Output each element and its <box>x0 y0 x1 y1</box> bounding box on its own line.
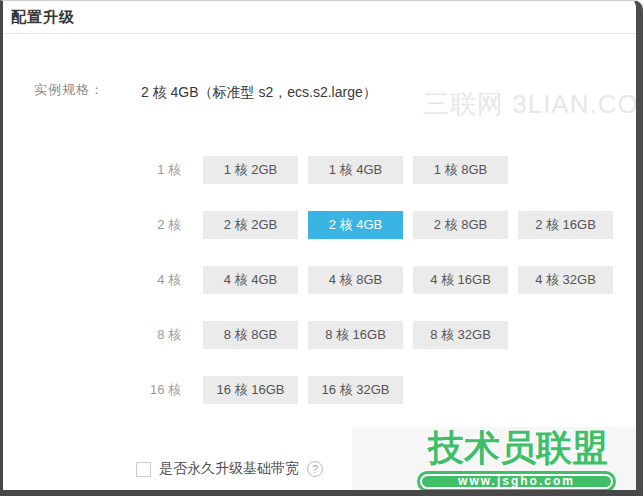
spec-option-button[interactable]: 4 核 16GB <box>413 266 508 294</box>
core-count-label: 1 核 <box>137 161 181 179</box>
spec-option-button[interactable]: 1 核 4GB <box>308 156 403 184</box>
spec-option-button[interactable]: 4 核 4GB <box>203 266 298 294</box>
page-title: 配置升级 <box>11 8 75 27</box>
spec-grid: 1 核1 核 2GB1 核 4GB1 核 8GB2 核2 核 2GB2 核 4G… <box>137 156 623 431</box>
bandwidth-upgrade-checkbox[interactable] <box>136 462 151 477</box>
bandwidth-upgrade-row: 是否永久升级基础带宽 ? <box>136 460 323 478</box>
spec-grid-row: 8 核8 核 8GB8 核 16GB8 核 32GB <box>137 321 623 349</box>
watermark-3lian: 三联网 3LIAN.COM <box>423 87 623 122</box>
instance-spec-label: 实例规格： <box>34 81 104 99</box>
core-count-label: 16 核 <box>137 381 181 399</box>
spec-option-button[interactable]: 16 核 16GB <box>203 376 298 404</box>
instance-spec-value: 2 核 4GB（标准型 s2，ecs.s2.large） <box>141 84 377 102</box>
spec-option-button[interactable]: 8 核 16GB <box>308 321 403 349</box>
spec-grid-row: 16 核16 核 16GB16 核 32GB <box>137 376 623 404</box>
core-count-label: 8 核 <box>137 326 181 344</box>
watermark-jsgho-url: www.jsgho.com <box>458 476 575 487</box>
core-count-label: 2 核 <box>137 216 181 234</box>
spec-option-button[interactable]: 8 核 8GB <box>203 321 298 349</box>
spec-option-button[interactable]: 2 核 2GB <box>203 211 298 239</box>
spec-option-button[interactable]: 1 核 2GB <box>203 156 298 184</box>
bandwidth-upgrade-label: 是否永久升级基础带宽 <box>159 460 299 478</box>
spec-option-button[interactable]: 4 核 8GB <box>308 266 403 294</box>
core-count-label: 4 核 <box>137 271 181 289</box>
help-icon[interactable]: ? <box>307 461 323 477</box>
spec-option-button[interactable]: 4 核 32GB <box>518 266 613 294</box>
spec-grid-row: 1 核1 核 2GB1 核 4GB1 核 8GB <box>137 156 623 184</box>
spec-option-button[interactable]: 2 核 16GB <box>518 211 613 239</box>
spec-option-button[interactable]: 8 核 32GB <box>413 321 508 349</box>
spec-option-button[interactable]: 2 核 8GB <box>413 211 508 239</box>
dialog-header: 配置升级 <box>3 1 636 34</box>
spec-option-button[interactable]: 16 核 32GB <box>308 376 403 404</box>
spec-grid-row: 2 核2 核 2GB2 核 4GB2 核 8GB2 核 16GB <box>137 211 623 239</box>
upgrade-dialog: 配置升级 实例规格： 2 核 4GB（标准型 s2，ecs.s2.large） … <box>0 0 643 496</box>
spec-grid-row: 4 核4 核 4GB4 核 8GB4 核 16GB4 核 32GB <box>137 266 623 294</box>
watermark-jsgho-url-pill: www.jsgho.com <box>420 474 613 489</box>
watermark-jsgho-title: 技术员联盟 <box>417 425 619 471</box>
spec-option-button-selected[interactable]: 2 核 4GB <box>308 211 403 239</box>
spec-option-button[interactable]: 1 核 8GB <box>413 156 508 184</box>
